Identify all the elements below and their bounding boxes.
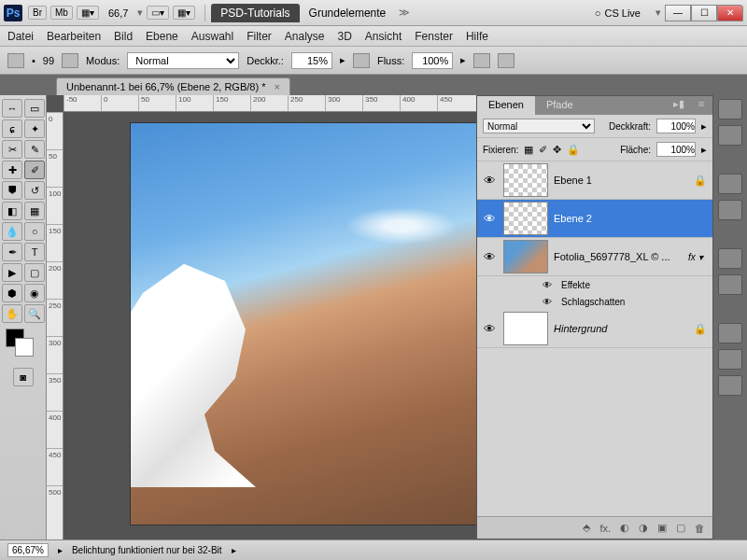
adjustment-layer-button[interactable]: ◑ <box>639 522 648 534</box>
eraser-tool[interactable]: ◧ <box>2 202 22 220</box>
path-select-tool[interactable]: ▶ <box>2 263 22 282</box>
stamp-tool[interactable]: ⛊ <box>2 181 22 200</box>
lock-pixels-button[interactable]: ✐ <box>539 144 547 156</box>
history-brush-tool[interactable]: ↺ <box>24 181 45 200</box>
menu-3d[interactable]: 3D <box>338 30 352 43</box>
cslive-button[interactable]: CS Live <box>595 7 641 19</box>
layer-name[interactable]: Ebene 1 <box>554 175 694 186</box>
channels-panel-icon[interactable] <box>718 274 742 295</box>
visibility-icon[interactable]: 👁 <box>481 174 498 188</box>
layer-row[interactable]: 👁 Ebene 2 <box>477 200 712 238</box>
brush-tool[interactable]: ✐ <box>24 161 45 179</box>
visibility-icon[interactable]: 👁 <box>543 297 556 307</box>
visibility-icon[interactable]: 👁 <box>481 250 498 264</box>
layer-thumbnail[interactable] <box>503 202 548 235</box>
eyedropper-tool[interactable]: ✎ <box>24 140 45 159</box>
wand-tool[interactable]: ✦ <box>24 119 45 138</box>
fx-icon[interactable]: fx ▾ <box>688 252 709 262</box>
menu-auswahl[interactable]: Auswahl <box>191 30 233 43</box>
layer-effect-dropshadow[interactable]: 👁 Schlagschatten <box>477 293 712 310</box>
screen-mode-button[interactable]: ▦▾ <box>77 6 99 20</box>
visibility-icon[interactable]: 👁 <box>481 322 498 336</box>
layer-row[interactable]: 👁 Hintergrund 🔒 <box>477 310 712 348</box>
shape-tool[interactable]: ▢ <box>24 263 45 282</box>
panel-collapse-icon[interactable]: ▸▮ <box>668 96 690 115</box>
chevron-down-icon[interactable]: ▾ <box>655 7 661 19</box>
zoom-tool[interactable]: 🔍 <box>24 304 45 323</box>
blur-tool[interactable]: 💧 <box>2 222 22 241</box>
menu-ebene[interactable]: Ebene <box>146 30 178 43</box>
minibridge-button[interactable]: Mb <box>50 6 73 20</box>
new-layer-button[interactable]: ▢ <box>676 522 685 534</box>
layer-group-button[interactable]: ▣ <box>657 522 667 534</box>
hand-tool[interactable]: ✋ <box>2 304 22 323</box>
history-panel-icon[interactable] <box>718 323 742 343</box>
tab-paths[interactable]: Pfade <box>535 96 585 115</box>
menu-bild[interactable]: Bild <box>114 30 133 43</box>
visibility-icon[interactable]: 👁 <box>543 280 556 290</box>
menu-bearbeiten[interactable]: Bearbeiten <box>47 30 101 43</box>
move-tool[interactable]: ↔ <box>2 99 22 118</box>
adjustments-panel-icon[interactable] <box>718 200 742 220</box>
masks-panel-icon[interactable] <box>718 248 742 269</box>
menu-analyse[interactable]: Analyse <box>285 30 325 43</box>
layer-name[interactable]: Ebene 2 <box>554 213 709 224</box>
layer-thumbnail[interactable] <box>503 312 548 345</box>
blend-mode-select[interactable]: Normal <box>127 52 239 69</box>
menu-ansicht[interactable]: Ansicht <box>365 30 402 43</box>
tablet-size-button[interactable] <box>498 53 514 68</box>
workspace-tab[interactable]: Grundelemente <box>300 4 396 22</box>
delete-layer-button[interactable]: 🗑 <box>695 523 705 534</box>
status-zoom[interactable]: 66,67% <box>7 543 49 557</box>
bridge-button[interactable]: Br <box>28 6 47 20</box>
close-tab-icon[interactable]: × <box>274 81 279 92</box>
layer-blend-mode-select[interactable]: Normal <box>483 119 595 133</box>
brush-preset-button[interactable] <box>62 53 78 68</box>
document-tab[interactable]: Unbenannt-1 bei 66,7% (Ebene 2, RGB/8) *… <box>56 77 290 95</box>
minimize-button[interactable]: — <box>665 5 691 21</box>
chevron-down-icon[interactable]: ▾ <box>137 7 143 19</box>
type-tool[interactable]: T <box>24 243 45 261</box>
pen-tool[interactable]: ✒ <box>2 243 22 261</box>
chevron-icon[interactable]: ▸ <box>701 144 707 156</box>
fill-input[interactable] <box>656 142 696 157</box>
lasso-tool[interactable]: ɕ <box>2 119 22 138</box>
workspace-more-icon[interactable]: ≫ <box>399 7 410 19</box>
tab-layers[interactable]: Ebenen <box>477 96 535 115</box>
view-extras-button[interactable]: ▭▾ <box>147 6 169 20</box>
status-chevron-icon[interactable]: ▸ <box>232 545 236 555</box>
layer-name[interactable]: Fotolia_5697778_XL © ... <box>554 251 688 262</box>
crop-tool[interactable]: ✂ <box>2 140 22 159</box>
color-swatches[interactable] <box>2 329 44 366</box>
layer-row[interactable]: 👁 Ebene 1 🔒 <box>477 161 712 200</box>
healing-tool[interactable]: ✚ <box>2 161 22 179</box>
swatches-panel-icon[interactable] <box>718 125 742 146</box>
styles-panel-icon[interactable] <box>718 174 742 194</box>
dodge-tool[interactable]: ○ <box>24 222 45 241</box>
close-button[interactable]: ✕ <box>717 5 743 21</box>
chevron-icon[interactable]: ▸ <box>701 120 707 133</box>
color-panel-icon[interactable] <box>718 99 742 119</box>
tablet-opacity-button[interactable] <box>353 53 370 68</box>
menu-filter[interactable]: Filter <box>247 30 272 43</box>
layer-opacity-input[interactable] <box>656 119 696 133</box>
link-layers-button[interactable]: ⬘ <box>583 522 590 534</box>
3d-camera-tool[interactable]: ◉ <box>24 284 45 302</box>
status-picker-icon[interactable]: ▸ <box>58 545 63 555</box>
visibility-icon[interactable]: 👁 <box>481 212 498 226</box>
panel-menu-icon[interactable]: ≡ <box>690 96 712 115</box>
arrange-button[interactable]: ▦▾ <box>173 6 195 20</box>
3d-tool[interactable]: ⬢ <box>2 284 22 302</box>
info-panel-icon[interactable] <box>718 375 742 396</box>
actions-panel-icon[interactable] <box>718 349 742 370</box>
workspace-tab-active[interactable]: PSD-Tutorials <box>211 4 299 22</box>
lock-transparency-button[interactable]: ▦ <box>524 144 533 156</box>
canvas[interactable] <box>131 123 476 525</box>
layer-row[interactable]: 👁 Fotolia_5697778_XL © ... fx ▾ <box>477 238 712 276</box>
maximize-button[interactable]: ☐ <box>691 5 717 21</box>
menu-hilfe[interactable]: Hilfe <box>466 30 488 43</box>
marquee-tool[interactable]: ▭ <box>24 99 45 118</box>
layer-mask-button[interactable]: ◐ <box>620 522 629 534</box>
layer-name[interactable]: Hintergrund <box>554 323 694 334</box>
brush-tool-icon[interactable] <box>7 53 24 68</box>
